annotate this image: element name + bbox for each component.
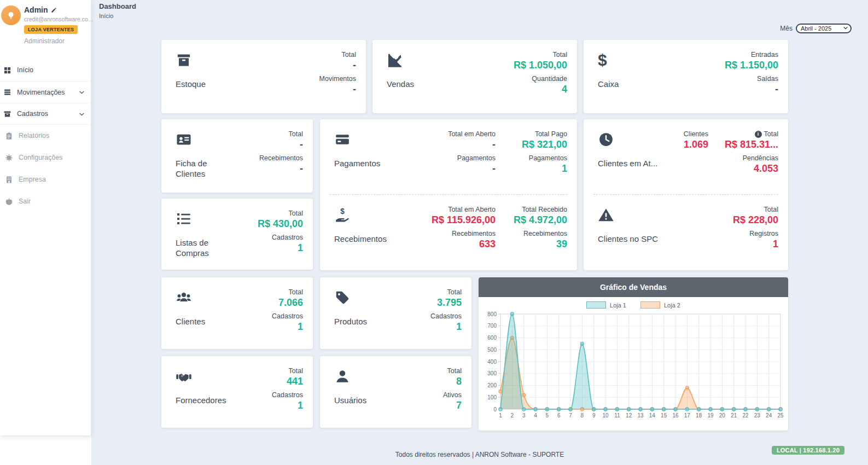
card-clientes[interactable]: Clientes Total 7.066 Cadastros 1	[161, 277, 313, 349]
stat-label: Total	[287, 367, 303, 375]
stat-value: 4.053	[743, 163, 778, 175]
sidebar-item-label: Movimentações	[17, 89, 73, 96]
stat-value: 39	[523, 239, 567, 250]
legend-item[interactable]: Loja 1	[586, 301, 626, 309]
svg-text:11: 11	[614, 412, 620, 419]
card-fornecedores[interactable]: Fornecedores Total 441 Cadastros 1	[161, 356, 313, 428]
sidebar-item-configuracoes[interactable]: Configurações	[0, 147, 91, 168]
info-icon[interactable]: i	[755, 131, 762, 138]
profile-block: Admin credit@anronsoftware.co... LOJA VE…	[0, 0, 91, 51]
stat-value: R$ 228,00	[733, 214, 778, 226]
sidebar-item-sair[interactable]: Sair	[0, 190, 91, 212]
card-produtos[interactable]: Produtos Total 3.795 Cadastros 1	[320, 277, 471, 349]
sidebar-item-label: Empresa	[19, 176, 85, 183]
card-caixa[interactable]: $ Caixa Entradas R$ 1.150,00 Saídas -	[584, 40, 788, 113]
svg-text:$: $	[340, 207, 345, 216]
chart-line-icon	[387, 51, 514, 69]
stat-value: R$ 4.972,00	[514, 214, 567, 226]
svg-text:4: 4	[534, 412, 537, 419]
stat-label: Total em Aberto	[432, 206, 496, 213]
user-name: Admin	[24, 5, 48, 14]
card-clientes-atraso-spc[interactable]: Clientes em At... Clientes 1.069 i Total	[584, 119, 788, 270]
breadcrumb: Dashboard Início	[99, 2, 136, 19]
stat-label: Pagamentos	[457, 154, 496, 162]
dollar-icon: $	[598, 51, 725, 69]
sales-chart: 0100200300400500600700800123456789101112…	[479, 309, 788, 423]
svg-text:6: 6	[557, 412, 561, 419]
credit-card-icon	[334, 130, 427, 149]
hand-dollar-icon: $	[334, 206, 427, 224]
clipboard-icon	[5, 132, 13, 140]
svg-text:21: 21	[731, 412, 737, 419]
card-usuarios[interactable]: Usuários Total 8 Ativos 7	[320, 356, 471, 428]
avatar[interactable]	[1, 5, 21, 25]
stat-value: -	[457, 163, 496, 175]
month-filter: Mês Abril - 2025	[780, 23, 852, 33]
card-estoque[interactable]: Estoque Total - Movimentos -	[161, 40, 366, 113]
svg-text:200: 200	[487, 382, 497, 388]
stat-label: Cadastros	[272, 312, 303, 320]
legend-swatch	[586, 301, 606, 309]
stat-value: 1	[272, 400, 303, 411]
user-icon	[334, 367, 409, 386]
sidebar-item-movimentacoes[interactable]: Movimentações	[0, 81, 91, 103]
stat-label: Total	[437, 288, 462, 296]
stat-value: R$ 1.050,00	[514, 60, 567, 71]
grid-icon	[3, 66, 11, 74]
stat-label: Total	[258, 210, 303, 217]
stat-value: 1	[529, 163, 567, 175]
stat-label: Total	[733, 206, 778, 213]
stat-value: 1	[272, 321, 303, 333]
chart-legend[interactable]: Loja 1Loja 2	[479, 297, 788, 309]
chevron-down-icon[interactable]	[78, 89, 85, 96]
svg-text:25: 25	[777, 412, 784, 419]
sidebar-item-label: Sair	[19, 197, 85, 205]
svg-text:14: 14	[649, 412, 656, 419]
stat-value: 441	[287, 376, 303, 387]
stat-value: 1.069	[684, 139, 708, 150]
stat-label: Cadastros	[272, 391, 303, 399]
breadcrumb-item[interactable]: Início	[99, 13, 136, 19]
svg-text:100: 100	[487, 394, 497, 400]
sidebar-item-cadastros[interactable]: Cadastros	[0, 103, 91, 125]
sidebar-nav: Início Movimentações Cadastros Rel	[0, 59, 91, 212]
stat-label: Total	[342, 51, 356, 59]
stat-label: Pendências	[743, 154, 778, 162]
stat-label: Total	[278, 288, 303, 296]
card-title: Estoque	[176, 79, 304, 90]
card-pagamentos-recebimentos[interactable]: Pagamentos Total em Aberto - Pagamentos …	[320, 119, 577, 270]
sidebar-item-label: Início	[17, 66, 85, 74]
card-vendas[interactable]: Vendas Total R$ 1.050,00 Quantidade 4	[372, 40, 577, 113]
box-icon	[176, 51, 304, 69]
cards-grid: Estoque Total - Movimentos -	[161, 40, 788, 432]
edit-profile-icon[interactable]	[51, 7, 57, 13]
card-title: Vendas	[387, 79, 514, 90]
svg-text:300: 300	[487, 370, 497, 376]
lightbulb-icon	[6, 10, 16, 20]
stat-value: 7	[443, 400, 462, 411]
sidebar-item-inicio[interactable]: Início	[0, 59, 91, 81]
card-listas-compras[interactable]: Listas de Compras Total R$ 430,00 Cadast…	[161, 199, 313, 270]
stat-value: R$ 115.926,00	[432, 214, 496, 226]
svg-text:24: 24	[766, 412, 772, 419]
card-title: Clientes	[176, 317, 251, 327]
stat-label: Total	[447, 367, 462, 375]
stat-value: R$ 815.31...	[725, 139, 778, 150]
gear-icon	[5, 154, 13, 162]
legend-item[interactable]: Loja 2	[640, 301, 680, 309]
card-ficha-clientes[interactable]: Ficha de Clientes Total - Recebimentos -	[161, 119, 313, 193]
month-select[interactable]: Abril - 2025	[796, 24, 852, 33]
chevron-down-icon[interactable]	[78, 111, 85, 118]
tag-icon	[334, 288, 409, 307]
card-title: Recebimentos	[334, 234, 427, 245]
stat-label: Total	[289, 130, 303, 138]
stat-label: Ativos	[443, 391, 462, 399]
stat-value: -	[342, 60, 356, 71]
svg-text:7: 7	[569, 412, 572, 419]
sidebar-item-relatorios[interactable]: Relatórios	[0, 125, 91, 147]
stat-value: R$ 1.150,00	[725, 60, 778, 71]
sidebar-item-empresa[interactable]: Empresa	[0, 168, 91, 190]
svg-text:23: 23	[754, 412, 761, 419]
stat-label: Pagamentos	[529, 154, 567, 162]
user-email: credit@anronsoftware.co...	[24, 16, 86, 22]
